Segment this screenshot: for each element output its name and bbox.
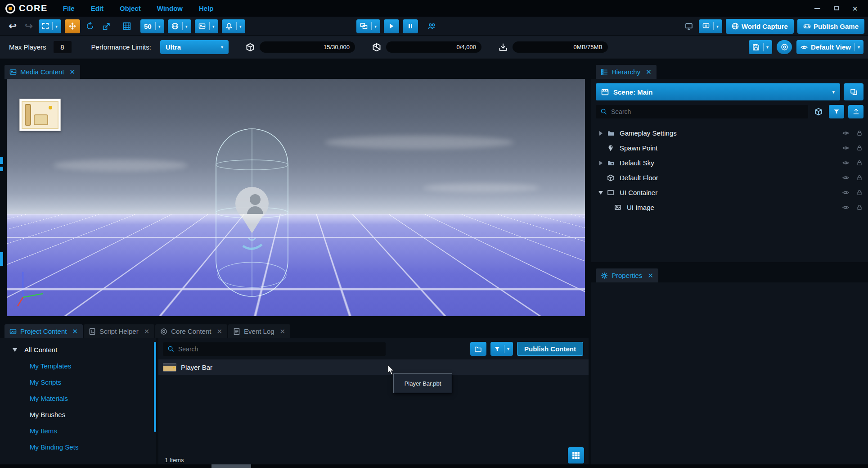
search-icon bbox=[167, 345, 174, 352]
folder-icon bbox=[605, 130, 616, 137]
visibility-cube-icon[interactable] bbox=[812, 105, 825, 118]
lock-icon[interactable] bbox=[856, 174, 863, 181]
sidebar-scrollbar[interactable] bbox=[154, 342, 156, 432]
tab-event-log[interactable]: Event Log ✕ bbox=[228, 324, 290, 338]
play-button[interactable] bbox=[384, 19, 399, 33]
restore-button[interactable] bbox=[832, 5, 840, 13]
sidebar-item-my-items[interactable]: My Items bbox=[0, 423, 156, 439]
expander-icon[interactable] bbox=[597, 191, 605, 195]
visibility-eye-icon[interactable] bbox=[842, 145, 850, 151]
close-tab-icon[interactable]: ✕ bbox=[144, 327, 150, 336]
hierarchy-row-default-sky[interactable]: Default Sky bbox=[591, 155, 868, 170]
lock-icon[interactable] bbox=[856, 204, 863, 211]
hierarchy-row-ui-container[interactable]: UI Container bbox=[591, 185, 868, 200]
close-tab-icon[interactable]: ✕ bbox=[216, 327, 222, 336]
hierarchy-row-default-floor[interactable]: Default Floor bbox=[591, 170, 868, 185]
grid-snap-button[interactable] bbox=[121, 19, 133, 33]
minimize-button[interactable] bbox=[813, 5, 821, 13]
media-preview-card[interactable] bbox=[19, 99, 61, 131]
close-tab-icon[interactable]: ✕ bbox=[646, 68, 652, 76]
screenshot-dropdown[interactable]: ▾ bbox=[195, 19, 218, 33]
content-search-input[interactable] bbox=[178, 345, 381, 353]
notifications-dropdown[interactable]: ▾ bbox=[222, 19, 245, 33]
device-monitor-icon[interactable] bbox=[683, 19, 695, 33]
multiplayer-preview-dropdown[interactable]: ▾ bbox=[356, 19, 380, 33]
redo-button[interactable]: ↪ bbox=[22, 19, 35, 33]
rotate-tool-button[interactable] bbox=[84, 19, 96, 33]
lock-icon[interactable] bbox=[856, 130, 863, 136]
sidebar-item-my-brushes[interactable]: My Brushes bbox=[0, 407, 156, 423]
select-tool-icon bbox=[42, 23, 49, 29]
remote-preview-dropdown[interactable]: ▾ bbox=[699, 19, 722, 33]
visibility-eye-icon[interactable] bbox=[842, 159, 850, 166]
close-tab-icon[interactable]: ✕ bbox=[648, 272, 653, 280]
menu-file[interactable]: File bbox=[63, 5, 75, 12]
tab-core-content[interactable]: Core Content ✕ bbox=[155, 324, 227, 338]
menu-window[interactable]: Window bbox=[157, 5, 183, 12]
max-players-value[interactable]: 8 bbox=[54, 41, 72, 53]
pause-button[interactable] bbox=[403, 19, 418, 33]
grid-view-button[interactable] bbox=[568, 447, 584, 463]
sidebar-item-my-materials[interactable]: My Materials bbox=[0, 391, 156, 407]
save-dropdown[interactable]: ▾ bbox=[749, 40, 772, 54]
hierarchy-filter-button[interactable] bbox=[829, 105, 844, 118]
lock-icon[interactable] bbox=[856, 189, 863, 196]
tab-script-helper[interactable]: Script Helper ✕ bbox=[84, 324, 154, 338]
lock-icon[interactable] bbox=[856, 145, 863, 151]
content-filter-dropdown[interactable]: ▾ bbox=[490, 342, 513, 356]
expander-icon[interactable] bbox=[597, 131, 605, 136]
horizontal-scrollbar[interactable] bbox=[0, 464, 868, 468]
visibility-eye-icon[interactable] bbox=[842, 204, 850, 211]
hierarchy-row-gameplay-settings[interactable]: Gameplay Settings bbox=[591, 126, 868, 141]
hierarchy-row-ui-image[interactable]: UI Image bbox=[591, 200, 868, 215]
visibility-eye-icon[interactable] bbox=[842, 130, 850, 136]
scene-viewport[interactable] bbox=[7, 79, 585, 316]
close-tab-icon[interactable]: ✕ bbox=[280, 327, 286, 336]
grid-floor bbox=[7, 214, 585, 316]
asset-row-player-bar[interactable]: Player Bar bbox=[158, 359, 589, 375]
close-tab-icon[interactable]: ✕ bbox=[70, 68, 76, 76]
tab-hierarchy[interactable]: Hierarchy ✕ bbox=[596, 65, 657, 79]
target-view-button[interactable] bbox=[777, 40, 792, 54]
spawn-point-icon bbox=[605, 145, 616, 152]
publish-game-button[interactable]: Publish Game bbox=[797, 19, 864, 34]
multiplayer-players-icon[interactable] bbox=[425, 19, 438, 33]
menu-object[interactable]: Object bbox=[120, 5, 141, 12]
tab-media-content[interactable]: Media Content ✕ bbox=[4, 65, 80, 79]
hierarchy-search-input[interactable] bbox=[611, 108, 804, 115]
sidebar-item-my-templates[interactable]: My Templates bbox=[0, 358, 156, 374]
core-logo[interactable]: CORE bbox=[5, 3, 48, 14]
world-settings-dropdown[interactable]: ▾ bbox=[168, 19, 191, 33]
move-tool-button[interactable] bbox=[65, 19, 80, 33]
publish-content-button[interactable]: Publish Content bbox=[517, 342, 583, 356]
undo-button[interactable]: ↩ bbox=[6, 19, 19, 33]
scene-selector-dropdown[interactable]: Scene: Main ▾ bbox=[596, 83, 840, 100]
sidebar-item-all-content[interactable]: All Content bbox=[0, 341, 156, 358]
select-tool-dropdown[interactable]: ▾ bbox=[39, 19, 61, 33]
core-editor-window: { "logo_text": "CORE", "menubar": {"item… bbox=[0, 0, 868, 468]
sidebar-item-my-binding-sets[interactable]: My Binding Sets bbox=[0, 439, 156, 455]
expander-icon[interactable] bbox=[11, 348, 19, 352]
lock-icon[interactable] bbox=[856, 159, 863, 166]
scale-tool-button[interactable] bbox=[100, 19, 112, 33]
visibility-eye-icon[interactable] bbox=[842, 189, 850, 196]
gear-icon bbox=[601, 272, 608, 279]
hierarchy-export-button[interactable] bbox=[848, 105, 864, 118]
hierarchy-row-spawn-point[interactable]: Spawn Point bbox=[591, 141, 868, 155]
scene-template-button[interactable] bbox=[844, 83, 864, 100]
tab-properties[interactable]: Properties ✕ bbox=[596, 268, 658, 282]
default-view-dropdown[interactable]: Default View▾ bbox=[796, 40, 864, 54]
close-tab-icon[interactable]: ✕ bbox=[72, 327, 78, 336]
expander-icon[interactable] bbox=[597, 161, 605, 165]
snap-size-dropdown[interactable]: 50▾ bbox=[140, 19, 164, 33]
menu-help[interactable]: Help bbox=[199, 5, 214, 12]
new-folder-button[interactable] bbox=[470, 342, 486, 356]
visibility-eye-icon[interactable] bbox=[842, 174, 850, 181]
scrollbar-thumb[interactable] bbox=[211, 464, 251, 468]
tab-project-content[interactable]: Project Content ✕ bbox=[4, 324, 83, 338]
performance-limits-dropdown[interactable]: Ultra▾ bbox=[160, 40, 229, 54]
menu-edit[interactable]: Edit bbox=[91, 5, 103, 12]
close-button[interactable]: × bbox=[851, 5, 859, 13]
sidebar-item-my-scripts[interactable]: My Scripts bbox=[0, 374, 156, 391]
world-capture-button[interactable]: World Capture bbox=[726, 19, 794, 34]
